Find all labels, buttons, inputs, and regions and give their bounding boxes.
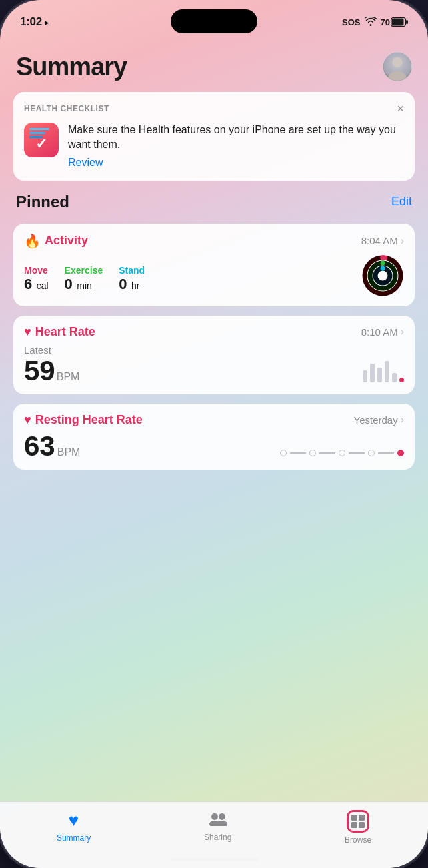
activity-label: 🔥 Activity [24,233,88,249]
rhr-time: Yesterday › [354,414,405,426]
activity-ring [361,254,404,297]
exercise-value: 0 [65,276,73,292]
rhr-header: ♥ Resting Heart Rate Yesterday › [24,413,404,427]
svg-rect-21 [359,822,365,828]
latest-label: Latest [24,344,79,356]
svg-point-17 [217,821,227,826]
chart-dot [399,378,404,382]
chart-bar [370,364,375,382]
rhr-heart-icon: ♥ [24,413,31,427]
rhr-values: 63 BPM [24,432,80,460]
activity-chevron: › [401,235,404,247]
rhr-chart [280,450,404,456]
stand-label: Stand [119,265,145,276]
scroll-area: HEALTH CHECKLIST × ✓ [13,92,415,868]
avatar[interactable] [383,52,412,81]
heart-rate-card[interactable]: ♥ Heart Rate 8:10 AM › Latest 59 [13,316,415,394]
checklist-review-link[interactable]: Review [68,157,103,168]
svg-point-11 [381,255,385,260]
main-content: Summary [0,35,428,868]
heart-rate-chart [363,352,404,385]
dynamic-island [171,9,257,33]
checklist-description: Make sure the Health features on your iP… [68,123,404,153]
sharing-tab-label: Sharing [204,833,231,842]
stand-value: 0 [119,276,127,292]
pinned-title: Pinned [16,193,69,211]
rhr-value: 63 [24,432,55,460]
move-unit: cal [37,280,49,291]
svg-rect-1 [391,19,403,26]
heart-rate-time: 8:10 AM › [361,326,404,338]
heart-rate-label: ♥ Heart Rate [24,325,95,339]
move-value: 6 [24,276,32,292]
phone-frame: 1:02 ▸ SOS 70 [0,0,428,868]
svg-point-13 [381,266,385,270]
svg-rect-18 [351,815,357,821]
exercise-label: Exercise [65,265,103,276]
exercise-unit: min [77,280,92,291]
chart-bar [377,368,382,382]
checklist-header: HEALTH CHECKLIST × [24,103,404,115]
move-metric: Move 6 cal [24,265,49,293]
tab-sharing[interactable]: Sharing [191,810,245,842]
stand-metric: Stand 0 hr [119,265,145,293]
checklist-text-area: Make sure the Health features on your iP… [68,123,404,169]
svg-rect-2 [406,20,408,24]
tab-summary[interactable]: ♥ Summary [43,810,104,843]
activity-metrics: Move 6 cal Exercise 0 min [24,265,145,293]
sos-label: SOS [342,17,360,27]
chart-bar [385,361,389,382]
svg-point-15 [219,813,225,820]
status-time: 1:02 [20,15,42,29]
browse-box [347,810,369,833]
chart-bar [363,370,367,382]
activity-time: 8:04 AM › [361,235,404,247]
exercise-metric: Exercise 0 min [65,265,103,293]
location-icon: ▸ [45,17,49,27]
checklist-section-label: HEALTH CHECKLIST [24,104,109,113]
stand-unit: hr [131,280,139,291]
svg-point-14 [211,813,218,820]
heart-rate-unit: BPM [57,371,80,383]
heart-rate-title: Heart Rate [35,325,95,339]
heart-icon: ♥ [24,325,31,339]
chart-bar [392,373,397,382]
heart-rate-values: Latest 59 BPM [24,344,79,385]
summary-tab-label: Summary [57,833,91,843]
avatar-image [383,53,411,81]
header: Summary [13,41,415,92]
heart-rate-header: ♥ Heart Rate 8:10 AM › [24,325,404,339]
status-icons: SOS 70 [342,17,408,28]
sharing-tab-icon [209,810,227,830]
tab-bar: ♥ Summary Sharing [0,801,428,868]
activity-card[interactable]: 🔥 Activity 8:04 AM › Move [13,224,415,306]
edit-button[interactable]: Edit [391,195,412,209]
svg-rect-20 [351,822,357,828]
summary-tab-icon: ♥ [69,810,79,831]
heart-rate-value: 59 [24,357,55,385]
activity-title: Activity [45,234,88,248]
battery-icon: 70 [381,17,408,27]
phone-screen: 1:02 ▸ SOS 70 [0,0,428,868]
page-title: Summary [16,53,127,81]
close-button[interactable]: × [397,103,404,115]
wifi-icon [365,17,377,28]
resting-heart-rate-card[interactable]: ♥ Resting Heart Rate Yesterday › 63 BPM [13,404,415,470]
checklist-icon: ✓ [24,123,59,157]
move-label: Move [24,265,49,276]
tab-browse[interactable]: Browse [331,810,385,845]
pinned-section-header: Pinned Edit [13,190,415,214]
svg-point-12 [381,260,385,265]
rhr-title: Resting Heart Rate [35,413,143,427]
checklist-body: ✓ Make sure the Health features on your … [24,123,404,169]
browse-tab-label: Browse [345,835,371,845]
fire-icon: 🔥 [24,233,41,249]
health-checklist-card: HEALTH CHECKLIST × ✓ [13,92,415,181]
chart-dot-group [399,378,404,382]
rhr-unit: BPM [57,446,81,458]
rhr-chevron: › [401,414,404,426]
svg-point-4 [392,57,402,67]
heart-rate-chevron: › [401,326,404,338]
rhr-label: ♥ Resting Heart Rate [24,413,143,427]
activity-card-header: 🔥 Activity 8:04 AM › [24,233,404,249]
